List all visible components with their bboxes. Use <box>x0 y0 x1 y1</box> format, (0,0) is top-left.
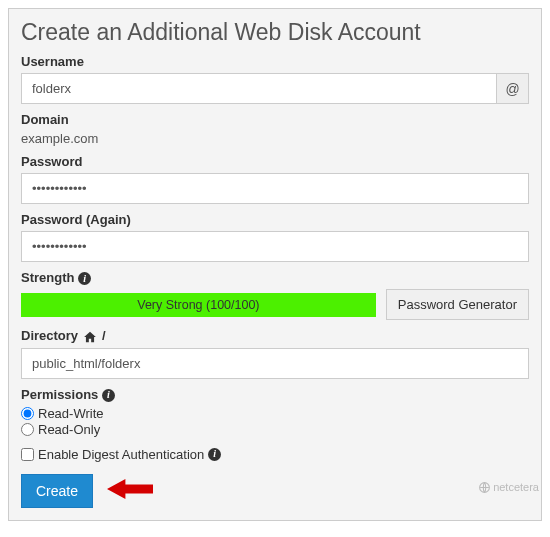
create-webdisk-panel: Create an Additional Web Disk Account Us… <box>8 8 542 521</box>
create-button[interactable]: Create <box>21 474 93 508</box>
password2-label: Password (Again) <box>21 212 529 227</box>
permission-readonly-label: Read-Only <box>38 422 100 437</box>
domain-label: Domain <box>21 112 529 127</box>
directory-input[interactable] <box>21 348 529 379</box>
password-label: Password <box>21 154 529 169</box>
password2-input[interactable] <box>21 231 529 262</box>
password-input[interactable] <box>21 173 529 204</box>
digest-auth-label: Enable Digest Authentication <box>38 447 204 462</box>
home-icon <box>83 328 97 344</box>
permissions-label: Permissions i <box>21 387 529 402</box>
strength-label: Strength i <box>21 270 529 285</box>
strength-bar: Very Strong (100/100) <box>21 293 376 317</box>
permission-readwrite-radio[interactable] <box>21 407 34 420</box>
info-icon: i <box>78 272 91 285</box>
svg-marker-1 <box>107 479 153 499</box>
digest-auth-checkbox[interactable] <box>21 448 34 461</box>
permission-readwrite-label: Read-Write <box>38 406 104 421</box>
username-input[interactable] <box>21 73 497 104</box>
at-addon: @ <box>497 73 529 104</box>
info-icon: i <box>208 448 221 461</box>
info-icon: i <box>102 389 115 402</box>
arrow-indicator <box>107 476 153 505</box>
password-generator-button[interactable]: Password Generator <box>386 289 529 320</box>
domain-value: example.com <box>21 131 529 146</box>
page-title: Create an Additional Web Disk Account <box>21 19 529 46</box>
directory-label: Directory / <box>21 328 529 344</box>
permission-readonly-radio[interactable] <box>21 423 34 436</box>
username-label: Username <box>21 54 529 69</box>
